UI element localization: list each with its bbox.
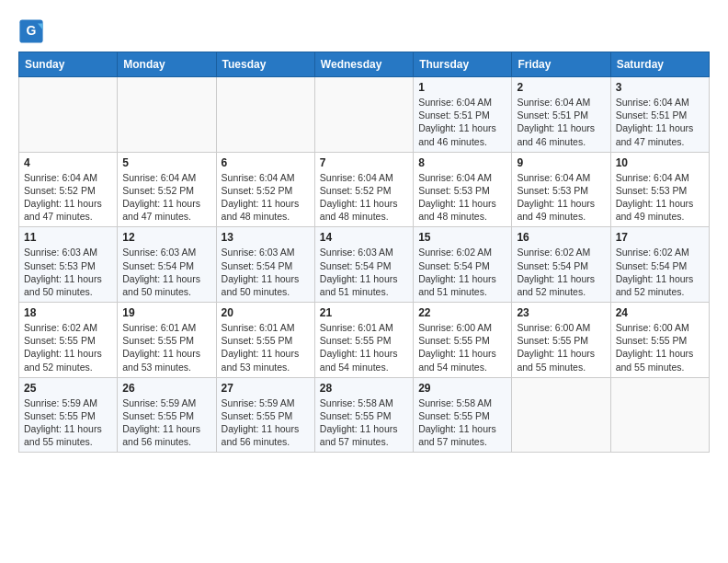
calendar-cell <box>314 77 413 153</box>
calendar-cell: 11Sunrise: 6:03 AM Sunset: 5:53 PM Dayli… <box>19 227 118 303</box>
svg-text:G: G <box>27 23 37 38</box>
calendar-cell <box>216 77 314 153</box>
calendar-cell: 24Sunrise: 6:00 AM Sunset: 5:55 PM Dayli… <box>610 303 709 378</box>
calendar-cell: 3Sunrise: 6:04 AM Sunset: 5:51 PM Daylig… <box>610 77 709 153</box>
day-info: Sunrise: 6:04 AM Sunset: 5:51 PM Dayligh… <box>517 96 605 148</box>
calendar-week-row: 18Sunrise: 6:02 AM Sunset: 5:55 PM Dayli… <box>19 303 710 378</box>
day-number: 8 <box>418 156 506 169</box>
page-header: G <box>18 15 710 44</box>
day-info: Sunrise: 6:00 AM Sunset: 5:55 PM Dayligh… <box>517 321 605 373</box>
calendar-cell: 14Sunrise: 6:03 AM Sunset: 5:54 PM Dayli… <box>314 227 413 303</box>
day-number: 16 <box>517 231 605 244</box>
day-info: Sunrise: 6:03 AM Sunset: 5:53 PM Dayligh… <box>24 246 112 298</box>
day-number: 19 <box>122 306 210 319</box>
day-info: Sunrise: 6:01 AM Sunset: 5:55 PM Dayligh… <box>122 321 210 373</box>
calendar-cell: 9Sunrise: 6:04 AM Sunset: 5:53 PM Daylig… <box>512 152 610 227</box>
day-number: 22 <box>418 306 506 319</box>
day-info: Sunrise: 6:03 AM Sunset: 5:54 PM Dayligh… <box>222 246 310 298</box>
day-info: Sunrise: 5:59 AM Sunset: 5:55 PM Dayligh… <box>122 396 210 449</box>
calendar-cell <box>512 377 610 453</box>
calendar-cell: 10Sunrise: 6:04 AM Sunset: 5:53 PM Dayli… <box>610 152 709 227</box>
calendar-cell: 12Sunrise: 6:03 AM Sunset: 5:54 PM Dayli… <box>118 227 216 303</box>
calendar-table: SundayMondayTuesdayWednesdayThursdayFrid… <box>18 52 710 453</box>
day-number: 25 <box>24 382 112 395</box>
day-info: Sunrise: 6:03 AM Sunset: 5:54 PM Dayligh… <box>122 246 210 298</box>
day-number: 1 <box>418 81 506 94</box>
day-number: 6 <box>222 156 310 169</box>
day-info: Sunrise: 5:59 AM Sunset: 5:55 PM Dayligh… <box>24 396 112 449</box>
day-info: Sunrise: 6:00 AM Sunset: 5:55 PM Dayligh… <box>418 321 506 373</box>
day-info: Sunrise: 6:04 AM Sunset: 5:52 PM Dayligh… <box>24 171 112 224</box>
day-number: 9 <box>517 156 605 169</box>
day-info: Sunrise: 6:02 AM Sunset: 5:54 PM Dayligh… <box>616 246 704 298</box>
day-number: 14 <box>320 231 408 244</box>
day-number: 26 <box>122 382 210 395</box>
day-number: 10 <box>616 156 704 169</box>
day-number: 4 <box>24 156 112 169</box>
calendar-header-row: SundayMondayTuesdayWednesdayThursdayFrid… <box>19 52 710 77</box>
day-info: Sunrise: 6:01 AM Sunset: 5:55 PM Dayligh… <box>222 321 310 373</box>
day-info: Sunrise: 6:04 AM Sunset: 5:52 PM Dayligh… <box>320 171 408 224</box>
calendar-week-row: 25Sunrise: 5:59 AM Sunset: 5:55 PM Dayli… <box>19 377 710 453</box>
calendar-cell: 27Sunrise: 5:59 AM Sunset: 5:55 PM Dayli… <box>216 377 314 453</box>
calendar-cell: 7Sunrise: 6:04 AM Sunset: 5:52 PM Daylig… <box>314 152 413 227</box>
logo: G <box>18 18 48 44</box>
day-info: Sunrise: 5:58 AM Sunset: 5:55 PM Dayligh… <box>418 396 506 449</box>
day-number: 18 <box>24 306 112 319</box>
day-info: Sunrise: 6:04 AM Sunset: 5:53 PM Dayligh… <box>616 171 704 224</box>
day-number: 12 <box>122 231 210 244</box>
calendar-cell: 4Sunrise: 6:04 AM Sunset: 5:52 PM Daylig… <box>19 152 118 227</box>
day-info: Sunrise: 6:01 AM Sunset: 5:55 PM Dayligh… <box>320 321 408 373</box>
calendar-cell: 17Sunrise: 6:02 AM Sunset: 5:54 PM Dayli… <box>610 227 709 303</box>
calendar-cell: 16Sunrise: 6:02 AM Sunset: 5:54 PM Dayli… <box>512 227 610 303</box>
calendar-cell: 29Sunrise: 5:58 AM Sunset: 5:55 PM Dayli… <box>414 377 512 453</box>
calendar-cell: 22Sunrise: 6:00 AM Sunset: 5:55 PM Dayli… <box>414 303 512 378</box>
weekday-header-monday: Monday <box>118 52 216 77</box>
day-number: 21 <box>320 306 408 319</box>
day-number: 5 <box>122 156 210 169</box>
calendar-week-row: 4Sunrise: 6:04 AM Sunset: 5:52 PM Daylig… <box>19 152 710 227</box>
day-number: 17 <box>616 231 704 244</box>
day-number: 15 <box>418 231 506 244</box>
calendar-cell: 25Sunrise: 5:59 AM Sunset: 5:55 PM Dayli… <box>19 377 118 453</box>
weekday-header-wednesday: Wednesday <box>314 52 413 77</box>
weekday-header-friday: Friday <box>512 52 610 77</box>
day-info: Sunrise: 6:02 AM Sunset: 5:54 PM Dayligh… <box>517 246 605 298</box>
calendar-cell: 5Sunrise: 6:04 AM Sunset: 5:52 PM Daylig… <box>118 152 216 227</box>
day-number: 29 <box>418 382 506 395</box>
calendar-cell <box>118 77 216 153</box>
day-info: Sunrise: 6:02 AM Sunset: 5:54 PM Dayligh… <box>418 246 506 298</box>
day-info: Sunrise: 6:04 AM Sunset: 5:51 PM Dayligh… <box>616 96 704 148</box>
calendar-cell: 13Sunrise: 6:03 AM Sunset: 5:54 PM Dayli… <box>216 227 314 303</box>
day-info: Sunrise: 6:04 AM Sunset: 5:53 PM Dayligh… <box>517 171 605 224</box>
calendar-cell: 21Sunrise: 6:01 AM Sunset: 5:55 PM Dayli… <box>314 303 413 378</box>
calendar-cell: 23Sunrise: 6:00 AM Sunset: 5:55 PM Dayli… <box>512 303 610 378</box>
calendar-week-row: 11Sunrise: 6:03 AM Sunset: 5:53 PM Dayli… <box>19 227 710 303</box>
calendar-cell: 2Sunrise: 6:04 AM Sunset: 5:51 PM Daylig… <box>512 77 610 153</box>
calendar-cell: 1Sunrise: 6:04 AM Sunset: 5:51 PM Daylig… <box>414 77 512 153</box>
calendar-cell: 15Sunrise: 6:02 AM Sunset: 5:54 PM Dayli… <box>414 227 512 303</box>
calendar-cell: 26Sunrise: 5:59 AM Sunset: 5:55 PM Dayli… <box>118 377 216 453</box>
day-info: Sunrise: 6:03 AM Sunset: 5:54 PM Dayligh… <box>320 246 408 298</box>
calendar-cell <box>19 77 118 153</box>
day-number: 24 <box>616 306 704 319</box>
day-number: 11 <box>24 231 112 244</box>
day-number: 3 <box>616 81 704 94</box>
calendar-cell <box>610 377 709 453</box>
day-info: Sunrise: 5:59 AM Sunset: 5:55 PM Dayligh… <box>222 396 310 449</box>
weekday-header-saturday: Saturday <box>610 52 709 77</box>
day-number: 20 <box>222 306 310 319</box>
day-number: 2 <box>517 81 605 94</box>
logo-icon: G <box>18 18 44 44</box>
calendar-cell: 28Sunrise: 5:58 AM Sunset: 5:55 PM Dayli… <box>314 377 413 453</box>
day-info: Sunrise: 6:04 AM Sunset: 5:53 PM Dayligh… <box>418 171 506 224</box>
calendar-cell: 8Sunrise: 6:04 AM Sunset: 5:53 PM Daylig… <box>414 152 512 227</box>
day-number: 7 <box>320 156 408 169</box>
day-info: Sunrise: 6:04 AM Sunset: 5:52 PM Dayligh… <box>122 171 210 224</box>
day-number: 23 <box>517 306 605 319</box>
day-info: Sunrise: 5:58 AM Sunset: 5:55 PM Dayligh… <box>320 396 408 449</box>
calendar-cell: 20Sunrise: 6:01 AM Sunset: 5:55 PM Dayli… <box>216 303 314 378</box>
day-info: Sunrise: 6:04 AM Sunset: 5:52 PM Dayligh… <box>222 171 310 224</box>
weekday-header-sunday: Sunday <box>19 52 118 77</box>
weekday-header-tuesday: Tuesday <box>216 52 314 77</box>
